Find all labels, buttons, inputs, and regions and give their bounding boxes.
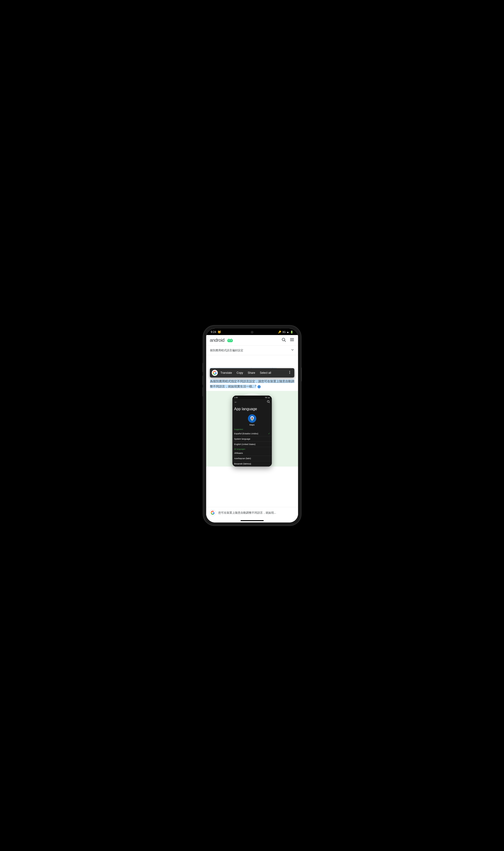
list-item[interactable]: Azerbaycan (latin) [232,456,272,461]
list-item[interactable]: System language [232,437,272,442]
item-text-4: Azerbaycan (latin) [234,457,251,460]
maps-icon-svg [248,414,256,423]
status-bar-right: 🔑 3G ▲ 🔋 [278,331,293,334]
inset-nav-header: ← [232,399,272,405]
screen-content: android [206,335,298,522]
translate-bar: 您可在裝置上隨意自動調整不同語言，就如現... [206,507,298,518]
status-bar: 9:24 🐱 🔑 3G ▲ 🔋 [206,329,298,335]
inset-language-list: Suggested Español (Estados Unidos) ✓ Sys… [232,427,272,466]
share-button[interactable]: Share [246,370,257,375]
network-signal: 3G [282,331,286,333]
inset-back-icon[interactable]: ← [234,400,237,404]
phone-device: 9:24 🐱 🔑 3G ▲ 🔋 android [203,326,301,525]
svg-point-3 [229,340,229,341]
status-time: 9:24 [211,330,216,334]
inset-app-name: Maps [249,424,254,426]
svg-point-15 [267,401,269,402]
battery-icon: 🔋 [290,331,293,334]
item-text-2: English (United States) [234,443,256,445]
search-icon[interactable] [281,337,286,343]
inset-search-icon[interactable] [267,400,270,404]
svg-point-4 [231,340,232,341]
svg-line-8 [284,341,286,342]
inset-app-icon-row: Maps [232,412,272,427]
android-logo: android [210,338,234,343]
svg-line-16 [269,402,270,403]
item-text-1: System language [234,438,251,440]
inset-status-bar: 1:00 5G ▲ [232,395,272,399]
svg-point-14 [289,373,290,374]
item-text-5: Bosanski (latinica) [234,463,251,465]
inset-all-languages-label: All languages [232,447,272,450]
list-item[interactable]: English (United States) [232,442,272,447]
translate-bar-text: 您可在裝置上隨意自動調整不同語言，就如現... [218,511,295,515]
header-icons [281,337,294,343]
inset-status-signal: 5G ▲ [265,396,270,398]
select-all-button[interactable]: Select all [258,370,273,375]
context-menu: Translate Copy Share Select all [210,368,294,377]
translate-bar-google-icon [210,510,216,516]
copy-button[interactable]: Copy [235,370,245,375]
item-text-0: Español (Estados Unidos) [234,432,258,435]
home-indicator-bar [240,520,264,521]
status-bar-left: 9:24 🐱 [211,330,221,334]
android-logo-text: android [210,338,224,343]
list-item[interactable]: Bosanski (latinica) [232,461,272,466]
menu-icon[interactable] [290,337,294,343]
inset-phone-area: 1:00 5G ▲ ← [206,391,298,466]
breadcrumb-text: 個別應用程式語言偏好設定 [210,349,243,352]
svg-point-13 [289,372,290,373]
article-paragraph: 為個別應用程式指定不同語言設定，讓您可在裝置上隨意自動調整不同語言，就如現實生活… [210,379,294,389]
svg-rect-2 [227,339,233,342]
inset-phone: 1:00 5G ▲ ← [232,395,272,466]
google-icon [212,370,218,376]
item-text-3: Afrikaans [234,452,243,454]
inset-status-time: 1:00 [234,396,238,398]
signal-bars-icon: ▲ [287,331,289,333]
checkmark-icon-0: ✓ [268,432,270,435]
article-content: Translate Copy Share Select all [206,355,298,507]
breadcrumb-bar[interactable]: 個別應用程式語言偏好設定 [206,346,298,355]
google-g-translate-icon [211,511,215,515]
footnote-superscript: 3 [255,385,256,387]
android-header: android [206,335,298,346]
svg-point-12 [289,371,290,372]
inset-title-area: App language [232,405,272,412]
selection-cursor-dot [257,385,261,388]
cat-icon: 🐱 [218,330,221,334]
camera-notch [251,331,253,334]
inset-phone-wrapper: 1:00 5G ▲ ← [210,395,294,466]
list-item[interactable]: Afrikaans [232,450,272,456]
translate-button[interactable]: Translate [219,370,234,375]
inset-suggested-label: Suggested [232,427,272,431]
list-item[interactable]: Español (Estados Unidos) ✓ [232,431,272,437]
home-indicator-area [206,518,298,522]
maps-app-icon [248,414,256,423]
phone-screen: 9:24 🐱 🔑 3G ▲ 🔋 android [206,329,298,522]
chevron-down-icon [291,348,294,353]
article-paragraph-selected: 為個別應用程式指定不同語言設定，讓您可在裝置上隨意自動調整不同語言，就如現實生活… [210,379,294,388]
android-robot-icon [227,338,234,343]
google-g-icon [213,371,217,375]
more-options-icon[interactable] [287,370,292,376]
key-icon: 🔑 [278,331,281,334]
inset-title: App language [234,407,257,411]
